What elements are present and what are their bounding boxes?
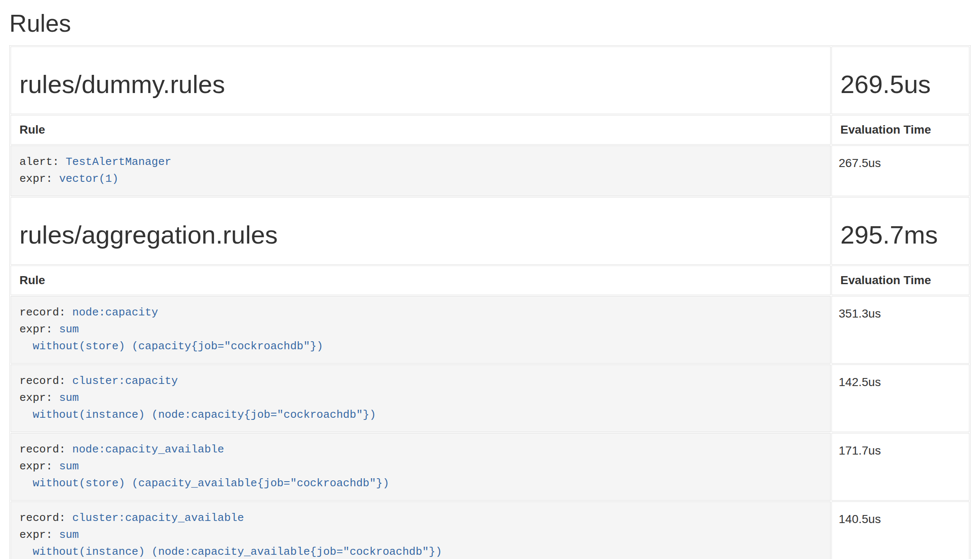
rule-eval-time: 267.5us xyxy=(831,145,969,196)
rule-expression-link[interactable]: sum without(instance) (node:capacity_ava… xyxy=(19,529,442,558)
eval-time-column-header: Evaluation Time xyxy=(831,266,969,295)
rule-name-link[interactable]: node:capacity_available xyxy=(72,443,224,456)
rule-definition-cell: record: cluster:capacity expr: sum witho… xyxy=(11,364,831,432)
eval-time-column-header: Evaluation Time xyxy=(831,115,969,145)
rule-group-file-cell: rules/dummy.rules xyxy=(11,47,831,114)
rule-expression-link[interactable]: sum without(store) (capacity_available{j… xyxy=(19,460,389,490)
rule-name-link[interactable]: node:capacity xyxy=(72,306,158,319)
rule-column-header: Rule xyxy=(11,266,831,295)
rule-eval-time: 140.5us xyxy=(831,501,969,559)
rule-eval-time: 142.5us xyxy=(831,364,969,432)
expr-keyword: expr: xyxy=(19,392,52,404)
expr-keyword: expr: xyxy=(19,323,52,336)
rule-group-eval-time-cell: 269.5us xyxy=(831,47,969,114)
rule-group-file-cell: rules/aggregation.rules xyxy=(11,197,831,265)
expr-keyword: expr: xyxy=(19,460,52,473)
rule-name-link[interactable]: cluster:capacity_available xyxy=(72,512,244,524)
rule-definition-cell: record: node:capacity_available expr: su… xyxy=(11,433,831,501)
rule-expression-link[interactable]: sum without(instance) (node:capacity{job… xyxy=(19,392,376,421)
rule-definition-cell: alert: TestAlertManager expr: vector(1) xyxy=(11,145,831,196)
rule-group-eval-time: 269.5us xyxy=(840,71,961,99)
rule-eval-time: 171.7us xyxy=(831,433,969,501)
rule-type-keyword: record: xyxy=(19,512,66,524)
rule-eval-time: 351.3us xyxy=(831,296,969,364)
rule-row: alert: TestAlertManager expr: vector(1)2… xyxy=(11,145,969,196)
rule-group-header-row: rules/dummy.rules269.5us xyxy=(11,47,969,114)
rule-definition-cell: record: cluster:capacity_available expr:… xyxy=(11,501,831,559)
rule-row: record: cluster:capacity_available expr:… xyxy=(11,501,969,559)
rule-group-file-title: rules/dummy.rules xyxy=(19,71,822,99)
rule-group-eval-time-cell: 295.7ms xyxy=(831,197,969,265)
rule-group-eval-time: 295.7ms xyxy=(840,221,961,249)
rule-column-header: Rule xyxy=(11,115,831,145)
rule-type-keyword: alert: xyxy=(19,156,59,168)
page-title: Rules xyxy=(9,10,971,37)
rule-group-file-title: rules/aggregation.rules xyxy=(19,221,822,249)
rules-table: rules/dummy.rules269.5usRuleEvaluation T… xyxy=(9,45,971,559)
rule-type-keyword: record: xyxy=(19,306,66,319)
rule-name-link[interactable]: cluster:capacity xyxy=(72,375,178,387)
expr-keyword: expr: xyxy=(19,173,52,185)
rule-row: record: cluster:capacity expr: sum witho… xyxy=(11,364,969,432)
rule-group-header-row: rules/aggregation.rules295.7ms xyxy=(11,197,969,265)
rule-row: record: node:capacity expr: sum without(… xyxy=(11,296,969,364)
rule-type-keyword: record: xyxy=(19,375,66,387)
rule-expression-link[interactable]: sum without(store) (capacity{job="cockro… xyxy=(19,323,323,353)
rules-page: Rules rules/dummy.rules269.5usRuleEvalua… xyxy=(0,10,980,559)
column-header-row: RuleEvaluation Time xyxy=(11,115,969,145)
rule-expression-link[interactable]: vector(1) xyxy=(59,173,118,185)
expr-keyword: expr: xyxy=(19,529,52,541)
rule-row: record: node:capacity_available expr: su… xyxy=(11,433,969,501)
rule-type-keyword: record: xyxy=(19,443,66,456)
column-header-row: RuleEvaluation Time xyxy=(11,266,969,295)
rule-definition-cell: record: node:capacity expr: sum without(… xyxy=(11,296,831,364)
rule-name-link[interactable]: TestAlertManager xyxy=(66,156,171,168)
